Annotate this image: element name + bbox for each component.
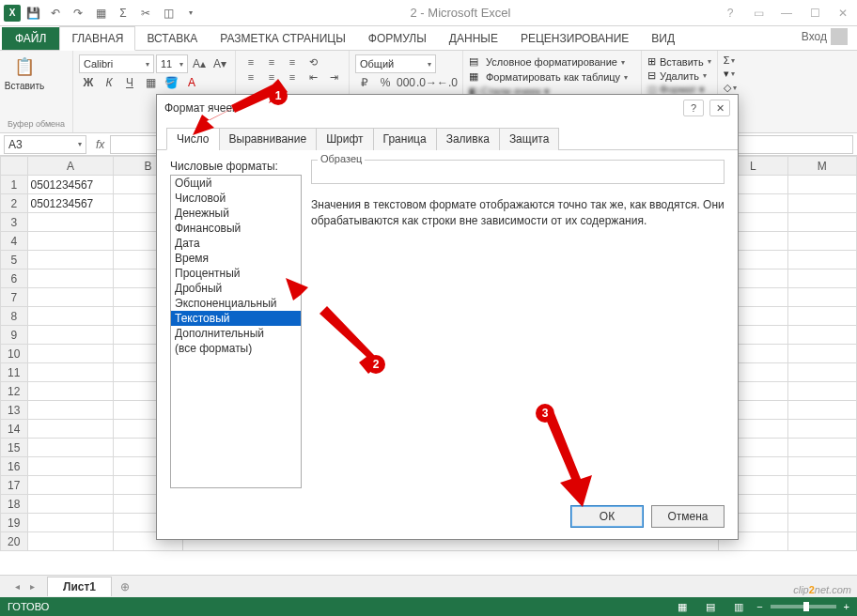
- cell[interactable]: [787, 401, 856, 420]
- ok-button[interactable]: ОК: [570, 505, 644, 528]
- cell[interactable]: [27, 532, 114, 551]
- ribbon-collapse-icon[interactable]: ▭: [744, 0, 772, 26]
- delete-cells-button[interactable]: ⊟Удалить▾: [647, 69, 711, 83]
- row-header[interactable]: 13: [1, 401, 28, 420]
- cancel-button[interactable]: Отмена: [651, 505, 725, 528]
- clear-button[interactable]: ◇▾: [724, 82, 737, 94]
- cell[interactable]: 0501234567: [27, 194, 114, 213]
- view-break-icon[interactable]: ▥: [728, 599, 749, 614]
- cell[interactable]: [27, 307, 114, 326]
- cell[interactable]: [27, 326, 114, 345]
- dec-decimal-icon[interactable]: ←.0: [438, 73, 457, 92]
- format-list-item[interactable]: Финансовый: [171, 221, 301, 236]
- format-list[interactable]: ОбщийЧисловойДенежныйФинансовыйДатаВремя…: [170, 175, 302, 488]
- cell[interactable]: [27, 251, 114, 270]
- indent-dec-icon[interactable]: ⇤: [304, 69, 322, 85]
- clear-icon[interactable]: ◫: [158, 3, 179, 23]
- maximize-icon[interactable]: ☐: [801, 0, 829, 26]
- row-header[interactable]: 9: [1, 326, 28, 345]
- tab-data[interactable]: ДАННЫЕ: [438, 27, 509, 50]
- align-center-icon[interactable]: ≡: [262, 69, 281, 85]
- cell[interactable]: [27, 514, 114, 532]
- format-list-item[interactable]: Числовой: [171, 191, 301, 206]
- tab-home[interactable]: ГЛАВНАЯ: [59, 26, 135, 51]
- insert-cells-button[interactable]: ⊞Вставить▾: [647, 54, 711, 69]
- format-list-item[interactable]: Текстовый: [171, 311, 301, 326]
- italic-button[interactable]: К: [100, 73, 118, 92]
- row-header[interactable]: 19: [1, 514, 28, 532]
- format-list-item[interactable]: Общий: [171, 176, 301, 191]
- tab-insert[interactable]: ВСТАВКА: [135, 27, 209, 50]
- cell[interactable]: [787, 363, 856, 382]
- cell[interactable]: [787, 176, 856, 194]
- dialog-close-icon[interactable]: ✕: [709, 100, 730, 116]
- row-header[interactable]: 12: [1, 382, 28, 401]
- cell[interactable]: [787, 194, 856, 213]
- align-right-icon[interactable]: ≡: [283, 69, 302, 85]
- tab-review[interactable]: РЕЦЕНЗИРОВАНИЕ: [509, 27, 640, 50]
- cell[interactable]: [787, 457, 856, 476]
- cell[interactable]: [27, 439, 114, 457]
- view-page-icon[interactable]: ▤: [700, 599, 721, 614]
- currency-icon[interactable]: ₽: [355, 73, 374, 92]
- dialog-help-icon[interactable]: ?: [683, 100, 704, 116]
- row-header[interactable]: 15: [1, 439, 28, 457]
- cell[interactable]: [27, 457, 114, 476]
- row-header[interactable]: 10: [1, 345, 28, 363]
- align-top-icon[interactable]: ≡: [242, 54, 260, 69]
- cell[interactable]: [787, 288, 856, 307]
- cell[interactable]: [27, 420, 114, 439]
- add-sheet-icon[interactable]: ⊕: [116, 578, 134, 596]
- font-name-select[interactable]: Calibri▾: [79, 54, 154, 73]
- dialog-tab[interactable]: Защита: [499, 128, 560, 150]
- row-header[interactable]: 1: [1, 176, 28, 194]
- align-left-icon[interactable]: ≡: [242, 69, 260, 85]
- cell[interactable]: [787, 213, 856, 232]
- bold-button[interactable]: Ж: [79, 73, 98, 92]
- zoom-in-icon[interactable]: +: [844, 601, 849, 612]
- table-icon[interactable]: ▦: [90, 3, 111, 23]
- row-header[interactable]: 18: [1, 495, 28, 514]
- select-all-corner[interactable]: [1, 157, 28, 176]
- cell[interactable]: [27, 476, 114, 495]
- name-box[interactable]: A3▾: [4, 135, 86, 154]
- cell[interactable]: [27, 363, 114, 382]
- cell[interactable]: [27, 270, 114, 288]
- dialog-tab[interactable]: Заливка: [436, 128, 500, 150]
- thousands-icon[interactable]: 000: [397, 73, 415, 92]
- percent-icon[interactable]: %: [376, 73, 395, 92]
- format-as-table-button[interactable]: ▦Форматировать как таблицу▾: [469, 69, 635, 85]
- format-list-item[interactable]: Время: [171, 251, 301, 266]
- qat-menu-icon[interactable]: ▾: [180, 3, 201, 23]
- cell[interactable]: [787, 345, 856, 363]
- minimize-icon[interactable]: —: [772, 0, 801, 26]
- row-header[interactable]: 20: [1, 532, 28, 551]
- cell[interactable]: [27, 232, 114, 251]
- row-header[interactable]: 16: [1, 457, 28, 476]
- sheet-tab[interactable]: Лист1: [47, 577, 112, 596]
- cell[interactable]: [27, 495, 114, 514]
- col-header[interactable]: M: [787, 157, 856, 176]
- zoom-out-icon[interactable]: −: [756, 601, 762, 612]
- cell[interactable]: [27, 288, 114, 307]
- orientation-icon[interactable]: ⟲: [304, 54, 322, 69]
- cell[interactable]: [787, 270, 856, 288]
- cell[interactable]: 0501234567: [27, 176, 114, 194]
- row-header[interactable]: 2: [1, 194, 28, 213]
- format-list-item[interactable]: Процентный: [171, 266, 301, 281]
- decrease-font-icon[interactable]: A▾: [210, 54, 229, 73]
- inc-decimal-icon[interactable]: .0→: [417, 73, 436, 92]
- row-header[interactable]: 7: [1, 288, 28, 307]
- row-header[interactable]: 8: [1, 307, 28, 326]
- autosum-icon[interactable]: Σ: [113, 3, 133, 23]
- number-format-select[interactable]: Общий▾: [355, 54, 436, 73]
- close-icon[interactable]: ✕: [829, 0, 857, 26]
- view-normal-icon[interactable]: ▦: [672, 599, 693, 614]
- border-icon[interactable]: ▦: [141, 73, 160, 92]
- format-list-item[interactable]: Дробный: [171, 281, 301, 296]
- dialog-tab[interactable]: Выравнивание: [219, 128, 318, 150]
- sheet-nav-prev-icon[interactable]: ◂: [9, 579, 24, 594]
- tab-formulas[interactable]: ФОРМУЛЫ: [357, 27, 438, 50]
- font-size-select[interactable]: 11▾: [156, 54, 188, 73]
- login-link[interactable]: Вход: [792, 23, 857, 50]
